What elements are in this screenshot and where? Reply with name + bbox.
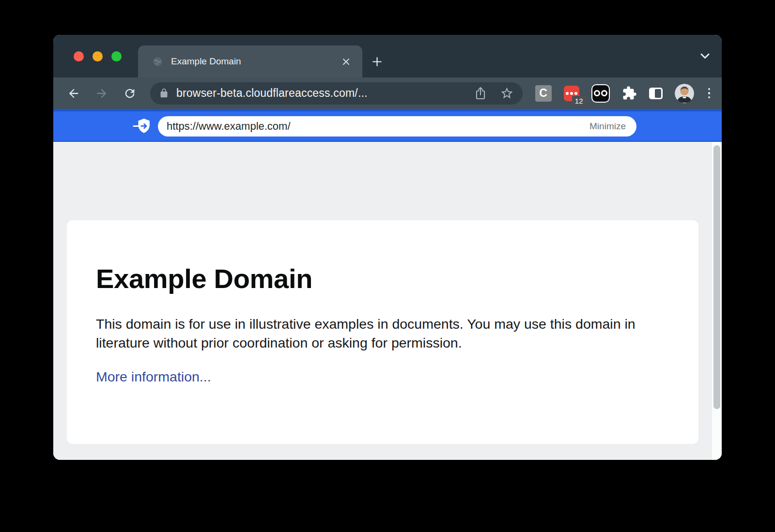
back-button[interactable] [66,86,81,101]
new-tab-button[interactable] [362,46,391,77]
extensions-area: C 12 [535,84,713,103]
tab-title: Example Domain [171,56,339,67]
traffic-light-zoom[interactable] [111,51,122,61]
traffic-lights [74,51,122,61]
scrollbar-track[interactable] [712,142,722,460]
browser-window: Example Domain [53,35,722,460]
page-title: Example Domain [96,263,669,294]
remote-browser-banner: https://www.example.com/ Minimize [53,109,722,142]
eyes-extension-icon[interactable] [591,84,610,103]
close-icon[interactable] [339,55,353,68]
extension-badge-count: 12 [572,96,586,106]
star-icon[interactable] [500,86,514,100]
globe-favicon-icon [153,57,163,67]
c-extension-icon[interactable]: C [535,85,552,102]
page-paragraph: This domain is for use in illustrative e… [96,315,658,352]
c-extension-label: C [539,87,547,100]
puzzle-extensions-icon[interactable] [622,86,637,101]
omnibox-actions [474,86,514,101]
traffic-light-close[interactable] [74,51,84,61]
forward-icon [95,87,108,100]
refresh-icon [123,87,137,100]
more-information-link[interactable]: More information... [96,369,211,385]
scrollbar-thumb[interactable] [713,145,720,409]
remote-url-input[interactable]: https://www.example.com/ Minimize [158,116,636,137]
traffic-light-minimize[interactable] [93,51,103,61]
shield-arrow-icon [133,118,152,135]
tab-strip: Example Domain [53,35,722,77]
browser-toolbar: browser-beta.cloudflareaccess.com/... C [53,77,722,109]
address-bar-url: browser-beta.cloudflareaccess.com/... [176,87,468,100]
back-icon [67,87,80,100]
new-tab-plus-icon [371,56,383,68]
tab-example-domain[interactable]: Example Domain [138,46,362,77]
forward-button[interactable] [94,86,109,101]
remote-url-value: https://www.example.com/ [167,120,291,133]
share-icon[interactable] [474,86,487,101]
content-card: Example Domain This domain is for use in… [67,220,698,444]
minimize-button[interactable]: Minimize [589,121,626,132]
tab-search-button[interactable] [700,35,710,77]
kebab-menu-icon[interactable] [706,88,713,99]
red-dots-extension[interactable]: 12 [564,86,579,101]
page-viewport: Example Domain This domain is for use in… [53,142,722,460]
avatar[interactable] [675,84,694,103]
side-panel-icon[interactable] [649,88,663,99]
lock-icon[interactable] [159,88,169,98]
address-bar[interactable]: browser-beta.cloudflareaccess.com/... [150,82,523,105]
chevron-down-icon [700,53,710,60]
refresh-button[interactable] [122,86,138,101]
